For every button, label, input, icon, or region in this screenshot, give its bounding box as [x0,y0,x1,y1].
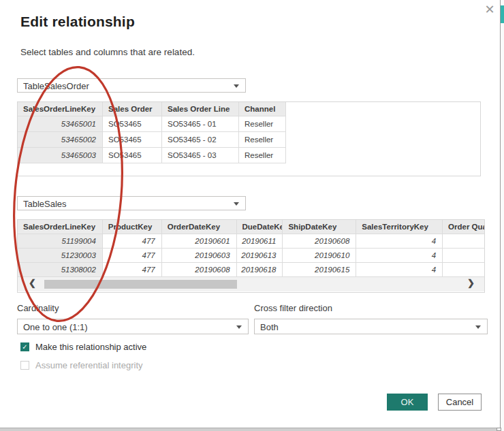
cardinality-label: Cardinality [17,303,59,313]
scroll-right-icon[interactable]: ❯ [467,278,475,288]
cross-filter-value: Both [260,322,279,332]
dialog-subtitle: Select tables and columns that are relat… [20,47,195,57]
table-cell: 53465002 [18,132,103,148]
first-table: SalesOrderLineKey Sales Order Sales Orde… [17,101,481,176]
column-header[interactable]: SalesTerritoryKey [356,220,443,234]
window-corner [497,428,501,431]
scroll-left-icon[interactable]: ❮ [29,278,36,288]
table-cell: Reseller [239,132,286,148]
table-cell: 20190608 [283,234,356,249]
table-row: 51230003 477 20190603 20190613 20190610 … [18,249,484,263]
table-row: 53465002 SO53465 SO53465 - 02 Reseller [18,132,480,148]
table-selector-first[interactable]: TableSalesOrder [17,78,246,93]
table-row: 53465003 SO53465 SO53465 - 03 Reseller [18,148,480,163]
table-cell: 20190610 [283,249,356,263]
column-header[interactable]: DueDateKey [237,220,283,234]
table-cell: 477 [103,249,162,263]
assume-referential-integrity-label: Assume referential integrity [35,360,143,370]
make-relationship-active-label: Make this relationship active [35,342,146,352]
table-cell: 51199004 [18,234,103,249]
window-edge-accent [501,5,504,23]
assume-referential-integrity-checkbox: Assume referential integrity [20,360,143,370]
column-header[interactable]: ProductKey [103,220,162,234]
window-right-edge [501,0,504,431]
close-icon[interactable]: ✕ [482,1,498,18]
checkbox-unchecked-icon [20,361,29,370]
make-relationship-active-checkbox[interactable]: ✓ Make this relationship active [20,342,146,352]
table-selector-first-value: TableSalesOrder [23,81,89,91]
table-cell: SO53465 [103,116,162,132]
dialog-title: Edit relationship [20,14,135,30]
cross-filter-label: Cross filter direction [254,303,332,313]
edit-relationship-dialog: Edit relationship ✕ Select tables and co… [0,0,504,431]
table-cell: SO53465 - 03 [162,148,239,163]
window-bottom-scrollbar [0,428,497,431]
table-cell: 20190615 [283,263,356,277]
checkbox-checked-icon[interactable]: ✓ [20,342,29,351]
table-cell [443,234,484,249]
column-header[interactable]: SalesOrderLineKey [18,220,103,234]
table-cell: 20190603 [162,249,237,263]
table-cell [443,249,484,263]
column-header[interactable]: Sales Order Line [162,102,239,116]
table-cell: 20190601 [162,234,237,249]
table-cell: 477 [103,263,162,277]
second-table-header-row: SalesOrderLineKey ProductKey OrderDateKe… [18,220,484,234]
column-header[interactable]: Channel [239,102,286,116]
chevron-down-icon [236,325,242,329]
first-table-header-row: SalesOrderLineKey Sales Order Sales Orde… [18,102,480,116]
horizontal-scrollbar[interactable]: ❮ ❯ [18,277,484,291]
ok-button[interactable]: OK [387,394,428,411]
table-cell: SO53465 - 01 [162,116,239,132]
table-cell: SO53465 [103,132,162,148]
table-selector-second-value: TableSales [23,199,67,209]
table-cell: Reseller [239,148,286,163]
column-header[interactable]: ShipDateKey [283,220,356,234]
table-row: 51199004 477 20190601 20190611 20190608 … [18,234,484,249]
column-header[interactable]: SalesOrderLineKey [18,102,103,116]
table-cell: 20190608 [162,263,237,277]
scrollbar-thumb[interactable] [44,280,237,289]
chevron-down-icon [475,325,481,329]
table-cell [443,263,484,277]
chevron-down-icon [234,84,239,88]
table-cell: 20190613 [237,249,283,263]
table-cell: 53465001 [18,116,103,132]
header-filler [286,102,480,116]
table-cell: Reseller [239,116,286,132]
table-selector-second[interactable]: TableSales [17,196,246,210]
table-row: 53465001 SO53465 SO53465 - 01 Reseller [18,116,480,132]
column-header[interactable]: Sales Order [103,102,162,116]
table-cell: 53465003 [18,148,103,163]
table-cell: 51230003 [18,249,103,263]
second-table: SalesOrderLineKey ProductKey OrderDateKe… [17,219,485,293]
table-cell: 20190611 [237,234,283,249]
cross-filter-dropdown[interactable]: Both [254,319,488,334]
table-cell: SO53465 - 02 [162,132,239,148]
column-header[interactable]: Order Qua [443,220,484,234]
table-cell: 4 [356,249,443,263]
table-cell: 4 [356,263,443,277]
cardinality-dropdown[interactable]: One to one (1:1) [17,319,249,334]
table-cell: 4 [356,234,443,249]
table-cell: 51308002 [18,263,103,277]
cancel-button[interactable]: Cancel [438,394,482,411]
column-header[interactable]: OrderDateKey [162,220,237,234]
table-cell: 477 [103,234,162,249]
table-cell: SO53465 [103,148,162,163]
table-row: 51308002 477 20190608 20190618 20190615 … [18,263,484,277]
chevron-down-icon [234,202,239,206]
cardinality-value: One to one (1:1) [23,322,88,332]
table-cell: 20190618 [237,263,283,277]
window-right-border [500,0,501,431]
